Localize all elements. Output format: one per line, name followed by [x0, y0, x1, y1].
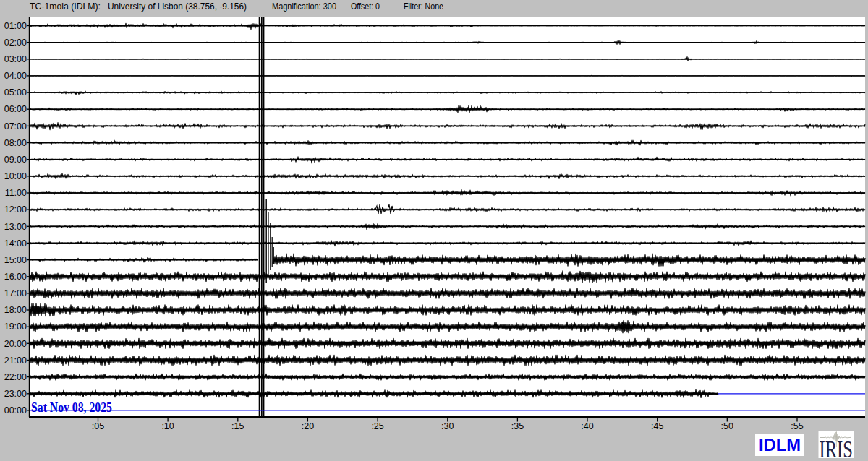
svg-text::10: :10: [161, 421, 174, 431]
svg-text:10:00: 10:00: [4, 171, 27, 181]
svg-text:23:00: 23:00: [4, 389, 27, 399]
svg-text::35: :35: [511, 421, 524, 431]
svg-text:18:00: 18:00: [4, 305, 27, 315]
svg-text:22:00: 22:00: [4, 372, 27, 382]
svg-text:17:00: 17:00: [4, 288, 27, 298]
svg-text::50: :50: [721, 421, 733, 431]
svg-text::20: :20: [302, 421, 314, 431]
svg-text::45: :45: [651, 421, 663, 431]
svg-text:Sat Nov 08, 2025: Sat Nov 08, 2025: [31, 400, 112, 415]
svg-text:19:00: 19:00: [4, 322, 27, 332]
svg-text:15:00: 15:00: [4, 255, 27, 265]
svg-text:06:00: 06:00: [4, 104, 27, 114]
svg-text:07:00: 07:00: [4, 121, 27, 132]
svg-text:01:00: 01:00: [4, 21, 27, 31]
svg-text:08:00: 08:00: [4, 138, 27, 148]
svg-text::55: :55: [791, 421, 803, 431]
svg-text:00:00: 00:00: [4, 405, 27, 415]
svg-text:04:00: 04:00: [4, 71, 27, 81]
svg-text:20:00: 20:00: [4, 339, 27, 349]
svg-text:05:00: 05:00: [4, 87, 27, 98]
svg-text:02:00: 02:00: [4, 38, 27, 48]
svg-text::15: :15: [231, 421, 244, 431]
svg-text::05: :05: [92, 421, 104, 431]
svg-text:12:00: 12:00: [4, 204, 27, 215]
svg-text:IRIS: IRIS: [820, 436, 854, 461]
svg-text::25: :25: [371, 421, 383, 431]
svg-text:09:00: 09:00: [4, 155, 27, 165]
svg-text::30: :30: [441, 421, 454, 431]
svg-text:14:00: 14:00: [4, 238, 27, 249]
svg-text::40: :40: [581, 421, 593, 431]
svg-text:13:00: 13:00: [4, 222, 27, 232]
svg-text:03:00: 03:00: [4, 54, 27, 64]
svg-text:11:00: 11:00: [5, 188, 27, 198]
svg-text:16:00: 16:00: [4, 272, 27, 282]
svg-text:IDLM: IDLM: [759, 436, 801, 454]
svg-text:21:00: 21:00: [4, 356, 27, 366]
